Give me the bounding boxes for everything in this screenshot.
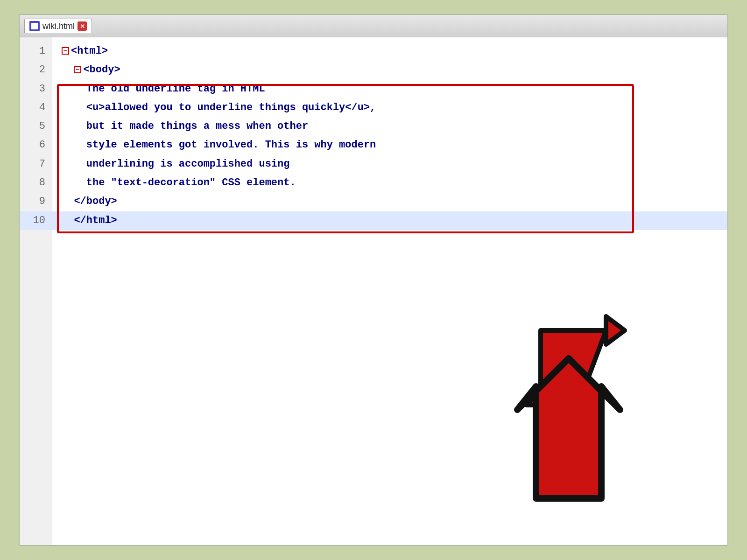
code-line-9: </body>: [52, 192, 727, 211]
collapse-icon-1[interactable]: −: [62, 47, 69, 55]
file-tab[interactable]: wiki.html ✕: [24, 19, 92, 33]
line-numbers-gutter: 1 2 3 4 5 6 7 8 9 10: [20, 37, 52, 545]
code-line-2: −<body>: [52, 61, 727, 79]
line-num-8: 8: [20, 174, 52, 192]
code-line-3: The old underline tag in HTML: [52, 80, 727, 98]
line-num-10: 10: [20, 211, 52, 230]
file-icon: [29, 21, 40, 31]
line-num-1: 1: [20, 42, 52, 61]
file-icon-inner: [31, 23, 38, 29]
code-line-1: −<html>: [52, 42, 727, 61]
tab-filename: wiki.html: [42, 21, 75, 31]
collapse-icon-2[interactable]: −: [74, 66, 81, 73]
editor-body: 1 2 3 4 5 6 7 8 9 10 −<html> −<body> The…: [20, 37, 727, 545]
code-line-8: the "text-decoration" CSS element.: [52, 174, 727, 192]
editor-window: wiki.html ✕ 1 2 3 4 5 6 7 8 9 10 −<html>…: [19, 14, 728, 546]
line-num-3: 3: [20, 80, 52, 98]
line-num-7: 7: [20, 155, 52, 174]
line-num-6: 6: [20, 136, 52, 154]
line-num-5: 5: [20, 117, 52, 136]
line-num-9: 9: [20, 192, 52, 211]
title-bar: wiki.html ✕: [20, 15, 727, 37]
line-num-4: 4: [20, 98, 52, 117]
code-line-6: style elements got involved. This is why…: [52, 136, 727, 154]
line-num-2: 2: [20, 61, 52, 79]
tab-close-button[interactable]: ✕: [78, 21, 87, 31]
cursor-arrow: [513, 284, 681, 508]
code-line-10: </html>: [52, 211, 727, 230]
code-area: −<html> −<body> The old underline tag in…: [52, 37, 727, 545]
code-line-5: but it made things a mess when other: [52, 117, 727, 136]
svg-marker-1: [517, 358, 620, 498]
code-line-4: <u>allowed you to underline things quick…: [52, 98, 727, 117]
code-line-7: underlining is accomplished using: [52, 155, 727, 174]
